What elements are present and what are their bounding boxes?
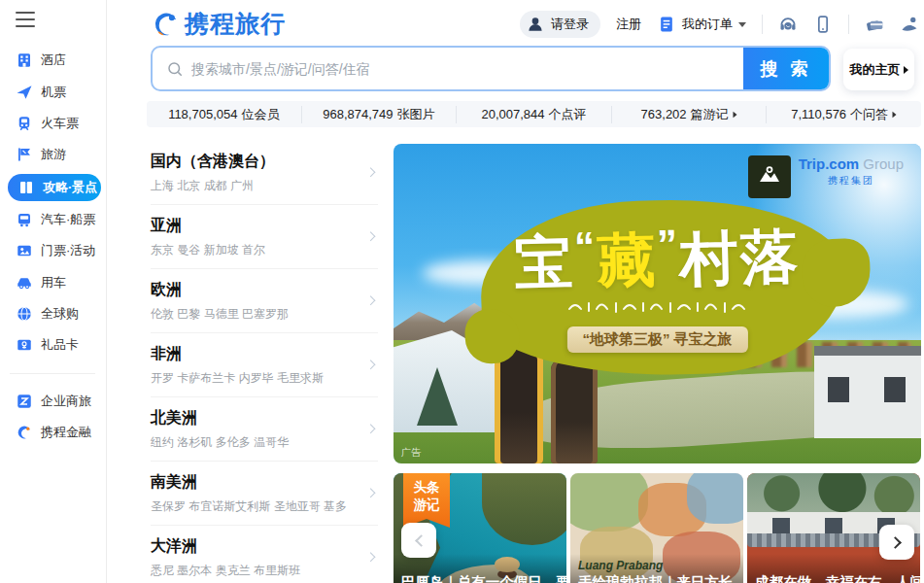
sidebar-item-label: 企业商旅: [41, 393, 91, 410]
tibetan-script-decoration: [394, 299, 921, 315]
globe-shopping-icon: [16, 305, 33, 323]
carousel-prev-button[interactable]: [401, 523, 436, 558]
region-domestic[interactable]: 国内（含港澳台） 上海 北京 成都 广州: [151, 141, 378, 205]
ticket-photo-icon: [16, 242, 33, 259]
corporate-travel-icon: [16, 393, 33, 410]
search-button[interactable]: 搜 索: [743, 48, 829, 89]
search-input[interactable]: [191, 61, 743, 77]
sidebar-item-label: 携程金融: [41, 424, 91, 441]
sidebar-item-gift-card[interactable]: 礼品卡: [0, 329, 107, 360]
search-icon: [166, 60, 184, 78]
tibetan-woman-figure: [551, 360, 598, 463]
sidebar-item-global-shopping[interactable]: 全球购: [0, 298, 107, 329]
sidebar-item-flight[interactable]: 机票: [0, 76, 107, 107]
destination-regions-panel: 国内（含港澳台） 上海 北京 成都 广州 亚洲 东京 曼谷 新加坡 首尔 欧洲 …: [151, 141, 378, 583]
region-asia[interactable]: 亚洲 东京 曼谷 新加坡 首尔: [151, 205, 378, 269]
sidebar-item-label: 攻略·景点: [43, 179, 97, 196]
sidebar-item-label: 机票: [41, 84, 66, 101]
gift-card-icon: [16, 336, 33, 354]
stats-bar: 118,705,054位会员 968,874,749张图片 20,007,844…: [147, 101, 921, 127]
card-caption: 巴厘岛｜总有一个假日，要...: [394, 554, 566, 583]
stat-travel-notes[interactable]: 763,202篇游记: [612, 106, 768, 123]
sidebar-item-label: 汽车·船票: [41, 211, 95, 228]
banner-subtitle: “地球第三极” 寻宝之旅: [566, 326, 747, 353]
region-south-america[interactable]: 南美洲 圣保罗 布宜诺斯艾利斯 圣地亚哥 基多: [151, 462, 378, 526]
avatar-icon: [526, 15, 545, 34]
sidebar-item-car-rental[interactable]: 用车: [0, 266, 107, 297]
group-text: Group: [859, 155, 904, 172]
hotel-icon: [16, 51, 33, 69]
ctrip-homepage: 酒店 机票 火车票 旅游 攻略·景点 汽车·船票: [0, 0, 924, 583]
bus-icon: [16, 211, 33, 228]
card-caption: 手绘琅勃拉邦｜来日方长，...: [570, 554, 743, 583]
travel-notes-carousel: 头条游记 巴厘岛｜总有一个假日，要... Luang Prabang 手绘琅勃拉…: [394, 473, 921, 583]
region-name: 大洋洲: [151, 536, 378, 557]
sidebar-item-label: 旅游: [41, 146, 66, 163]
header-divider: [848, 15, 849, 34]
guide-book-icon: [17, 179, 35, 196]
orders-label: 我的订单: [682, 16, 733, 33]
treasure-village-emblem-icon: [748, 155, 791, 198]
sidebar-menu: 酒店 机票 火车票 旅游 攻略·景点 汽车·船票: [0, 45, 107, 448]
sidebar-item-travel[interactable]: 旅游: [0, 139, 107, 170]
region-cities: 上海 北京 成都 广州: [151, 178, 378, 194]
ctrip-dolphin-icon: [151, 10, 180, 39]
stat-photos[interactable]: 968,874,749张图片: [302, 106, 458, 123]
trip-com-logo-text: Trip.com: [799, 155, 860, 172]
sidebar-item-label: 礼品卡: [41, 336, 79, 354]
sidebar-item-hotel[interactable]: 酒店: [0, 45, 107, 76]
region-cities: 圣保罗 布宜诺斯艾利斯 圣地亚哥 基多: [151, 498, 378, 515]
service-hand-icon[interactable]: [900, 15, 919, 34]
travel-note-card-luang-prabang[interactable]: Luang Prabang 手绘琅勃拉邦｜来日方长，...: [570, 473, 743, 583]
arrow-right-icon: [893, 111, 897, 117]
region-africa[interactable]: 非洲 开罗 卡萨布兰卡 内罗毕 毛里求斯: [151, 333, 378, 397]
rewards-card-icon[interactable]: [865, 15, 884, 34]
chevron-down-icon: [738, 22, 746, 27]
tibetan-woman-figure: [495, 350, 543, 463]
ctrip-group-text: 携程集团: [799, 174, 904, 188]
register-link[interactable]: 注册: [616, 16, 641, 33]
region-north-america[interactable]: 北美洲 纽约 洛杉矶 多伦多 温哥华: [151, 397, 378, 462]
stat-questions[interactable]: 7,110,576个问答: [767, 106, 921, 123]
stat-reviews[interactable]: 20,007,844个点评: [457, 106, 612, 123]
region-cities: 东京 曼谷 新加坡 首尔: [151, 242, 378, 258]
chevron-left-icon: [415, 534, 428, 547]
sidebar-item-corporate-travel[interactable]: 企业商旅: [0, 386, 107, 417]
region-name: 国内（含港澳台）: [151, 152, 378, 172]
car-icon: [16, 274, 33, 292]
region-name: 北美洲: [151, 408, 378, 429]
my-homepage-label: 我的主页: [850, 61, 901, 79]
hamburger-menu-icon[interactable]: [16, 12, 35, 27]
cliff-illustration: [482, 473, 566, 545]
orders-document-icon: [657, 15, 676, 34]
sidebar-item-ctrip-finance[interactable]: 携程金融: [0, 417, 107, 448]
banner-title: 宝“藏”村落: [394, 215, 921, 307]
ctrip-logo[interactable]: 携程旅行: [151, 8, 286, 40]
my-orders-button[interactable]: 我的订单: [657, 15, 746, 34]
sidebar-item-tickets-activities[interactable]: 门票·活动: [0, 235, 107, 266]
header-divider: [762, 15, 763, 34]
region-europe[interactable]: 欧洲 伦敦 巴黎 马德里 巴塞罗那: [151, 269, 378, 333]
ad-label: 广告: [401, 446, 421, 460]
sidebar-item-label: 酒店: [41, 51, 66, 69]
stat-members[interactable]: 118,705,054位会员: [147, 106, 302, 123]
logo-text: 携程旅行: [185, 8, 286, 40]
sidebar: 酒店 机票 火车票 旅游 攻略·景点 汽车·船票: [0, 0, 107, 583]
trip-group-brand: Trip.com Group 携程集团: [748, 155, 904, 198]
promo-banner-treasure-villages[interactable]: 宝“藏”村落 “地球第三极” 寻宝之旅 Trip.com Group 携程集团 …: [394, 144, 921, 463]
white-house: [814, 346, 921, 438]
arrow-right-icon: [733, 111, 736, 117]
sidebar-divider: [10, 373, 95, 374]
region-oceania[interactable]: 大洋洲 悉尼 墨尔本 奥克兰 布里斯班: [151, 526, 378, 583]
arrow-right-icon: [904, 66, 908, 74]
flight-icon: [16, 84, 33, 101]
mobile-app-icon[interactable]: [813, 15, 833, 34]
carousel-next-button[interactable]: [879, 525, 914, 560]
customer-service-icon[interactable]: [778, 15, 798, 34]
login-button[interactable]: 请登录: [520, 11, 600, 38]
sidebar-item-guides-active[interactable]: 攻略·景点: [8, 174, 101, 201]
sidebar-item-train[interactable]: 火车票: [0, 108, 107, 139]
sidebar-item-bus-ship[interactable]: 汽车·船票: [0, 204, 107, 235]
travel-flag-icon: [16, 146, 33, 163]
my-homepage-button[interactable]: 我的主页: [843, 49, 914, 90]
